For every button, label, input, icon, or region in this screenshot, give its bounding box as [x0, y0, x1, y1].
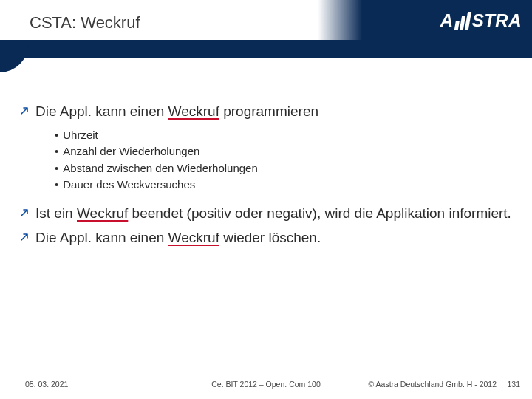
sub-item: •Abstand zwischen den Wiederholungen — [55, 160, 511, 177]
sub-item: •Anzahl der Wiederholungen — [55, 143, 511, 160]
logo-text-pre: A — [440, 10, 454, 31]
arrow-diag-icon — [21, 106, 30, 115]
sub-item-text: Dauer des Weckversuches — [63, 177, 195, 194]
sub-item-text: Anzahl der Wiederholungen — [63, 143, 200, 160]
bullet-2: Ist ein Weckruf beendet (positiv oder ne… — [21, 204, 511, 223]
logo-text-post: STRA — [472, 10, 522, 31]
sub-item: •Dauer des Weckversuches — [55, 177, 511, 194]
bullet-dot-icon: • — [55, 127, 58, 144]
brand-logo: A STRA — [440, 10, 522, 31]
bullet-1: Die Appl. kann einen Weckruf programmier… — [21, 102, 511, 121]
arrow-diag-icon — [21, 208, 30, 216]
slide-title: CSTA: Weckruf — [30, 13, 140, 33]
bullet-2-text: Ist ein Weckruf beendet (positiv oder ne… — [35, 204, 511, 223]
footer-copyright: © Aastra Deutschland Gmb. H - 2012 — [369, 380, 497, 389]
sub-item: •Uhrzeit — [55, 127, 511, 144]
bullet-3: Die Appl. kann einen Weckruf wieder lösc… — [21, 228, 511, 248]
bullet-dot-icon: • — [55, 160, 58, 177]
header-navy-strip — [0, 40, 532, 58]
bullet-1-sublist: •Uhrzeit •Anzahl der Wiederholungen •Abs… — [55, 127, 511, 194]
slide-header: CSTA: Weckruf A STRA — [0, 0, 532, 58]
arrow-diag-icon — [21, 232, 30, 241]
logo-stripes-icon — [454, 12, 471, 30]
slide-footer: 05. 03. 2021 Ce. BIT 2012 – Open. Com 10… — [0, 369, 532, 399]
bullet-dot-icon: • — [55, 177, 58, 194]
footer-date: 05. 03. 2021 — [25, 380, 68, 389]
slide-body: Die Appl. kann einen Weckruf programmier… — [21, 102, 511, 253]
sub-item-text: Uhrzeit — [63, 127, 98, 144]
header-curve-icon — [0, 40, 28, 72]
bullet-3-text: Die Appl. kann einen Weckruf wieder lösc… — [35, 228, 321, 248]
bullet-1-text: Die Appl. kann einen Weckruf programmier… — [35, 102, 318, 121]
slide: CSTA: Weckruf A STRA Die Appl. kann eine… — [0, 0, 532, 399]
footer-center: Ce. BIT 2012 – Open. Com 100 — [211, 380, 320, 389]
footer-page-number: 131 — [507, 380, 520, 389]
sub-item-text: Abstand zwischen den Wiederholungen — [63, 160, 258, 177]
bullet-dot-icon: • — [55, 143, 58, 160]
